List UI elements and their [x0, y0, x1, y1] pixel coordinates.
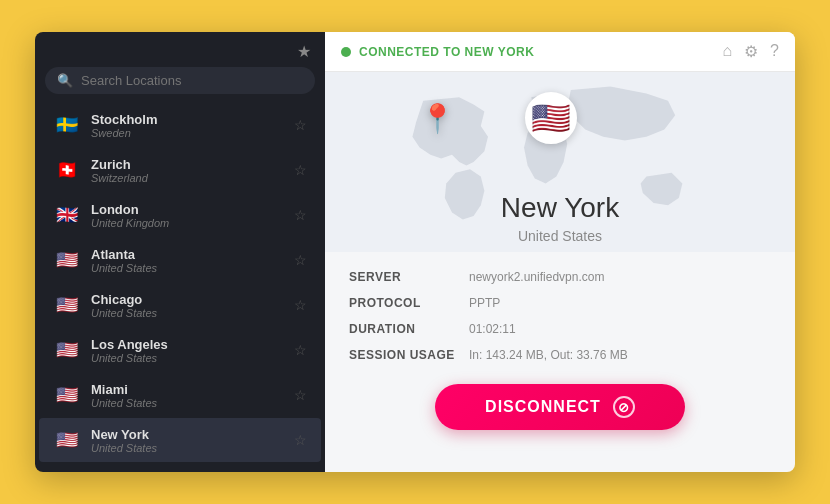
app-window: ★ 🔍 🇸🇪 Stockholm Sweden ☆ 🇨🇭 Zurich Swit… — [35, 32, 795, 472]
flag-zurich: 🇨🇭 — [53, 156, 81, 184]
location-info-london: London United Kingdom — [91, 202, 294, 229]
item-star-new-york[interactable]: ☆ — [294, 432, 307, 448]
search-bar[interactable]: 🔍 — [45, 67, 315, 94]
flag-stockholm: 🇸🇪 — [53, 111, 81, 139]
favorites-star-icon[interactable]: ★ — [297, 42, 311, 61]
flag-los-angeles: 🇺🇸 — [53, 336, 81, 364]
server-value: newyork2.unifiedvpn.com — [469, 268, 771, 286]
location-country-london: United Kingdom — [91, 217, 294, 229]
location-info-san-jose: San Jose United States — [91, 472, 294, 473]
no-entry-icon: ⊘ — [613, 396, 635, 418]
map-section: 📍 🇺🇸 New York United States — [325, 72, 795, 252]
location-item-stockholm[interactable]: 🇸🇪 Stockholm Sweden ☆ — [39, 103, 321, 147]
location-country-stockholm: Sweden — [91, 127, 294, 139]
disconnect-section: DISCONNECT ⊘ — [325, 374, 795, 444]
location-name-stockholm: Stockholm — [91, 112, 294, 127]
flag-chicago: 🇺🇸 — [53, 291, 81, 319]
session-label: SESSION USAGE — [349, 346, 469, 364]
location-info-chicago: Chicago United States — [91, 292, 294, 319]
main-panel: CONNECTED TO NEW YORK ⌂ ⚙ ? — [325, 32, 795, 472]
server-label: SERVER — [349, 268, 469, 286]
location-info-los-angeles: Los Angeles United States — [91, 337, 294, 364]
location-name-zurich: Zurich — [91, 157, 294, 172]
location-item-atlanta[interactable]: 🇺🇸 Atlanta United States ☆ — [39, 238, 321, 282]
item-star-chicago[interactable]: ☆ — [294, 297, 307, 313]
location-item-san-jose[interactable]: 🇺🇸 San Jose United States ☆ — [39, 463, 321, 472]
map-flag-circle: 🇺🇸 — [525, 92, 577, 144]
settings-icon[interactable]: ⚙ — [744, 42, 758, 61]
protocol-value: PPTP — [469, 294, 771, 312]
item-star-stockholm[interactable]: ☆ — [294, 117, 307, 133]
location-info-stockholm: Stockholm Sweden — [91, 112, 294, 139]
session-value: In: 143.24 MB, Out: 33.76 MB — [469, 346, 771, 364]
sidebar-header: ★ — [35, 32, 325, 67]
flag-miami: 🇺🇸 — [53, 381, 81, 409]
location-info-new-york: New York United States — [91, 427, 294, 454]
item-star-los-angeles[interactable]: ☆ — [294, 342, 307, 358]
search-input[interactable] — [81, 73, 303, 88]
location-country-los-angeles: United States — [91, 352, 294, 364]
connected-indicator — [341, 47, 351, 57]
location-info-atlanta: Atlanta United States — [91, 247, 294, 274]
location-name-chicago: Chicago — [91, 292, 294, 307]
location-country-zurich: Switzerland — [91, 172, 294, 184]
flag-atlanta: 🇺🇸 — [53, 246, 81, 274]
location-country-atlanta: United States — [91, 262, 294, 274]
location-info-miami: Miami United States — [91, 382, 294, 409]
location-item-chicago[interactable]: 🇺🇸 Chicago United States ☆ — [39, 283, 321, 327]
location-name-los-angeles: Los Angeles — [91, 337, 294, 352]
location-country-chicago: United States — [91, 307, 294, 319]
search-icon: 🔍 — [57, 73, 73, 88]
location-item-miami[interactable]: 🇺🇸 Miami United States ☆ — [39, 373, 321, 417]
location-name-miami: Miami — [91, 382, 294, 397]
map-country-name: United States — [518, 228, 602, 244]
location-list: 🇸🇪 Stockholm Sweden ☆ 🇨🇭 Zurich Switzerl… — [35, 102, 325, 472]
location-item-london[interactable]: 🇬🇧 London United Kingdom ☆ — [39, 193, 321, 237]
item-star-london[interactable]: ☆ — [294, 207, 307, 223]
flag-san-jose: 🇺🇸 — [53, 471, 81, 472]
location-name-new-york: New York — [91, 427, 294, 442]
disconnect-label: DISCONNECT — [485, 398, 601, 416]
info-section: SERVER newyork2.unifiedvpn.com PROTOCOL … — [325, 252, 795, 374]
location-country-miami: United States — [91, 397, 294, 409]
location-info-zurich: Zurich Switzerland — [91, 157, 294, 184]
protocol-label: PROTOCOL — [349, 294, 469, 312]
map-city-name: New York — [501, 192, 619, 224]
location-name-atlanta: Atlanta — [91, 247, 294, 262]
item-star-miami[interactable]: ☆ — [294, 387, 307, 403]
item-star-atlanta[interactable]: ☆ — [294, 252, 307, 268]
map-flag: 🇺🇸 — [531, 99, 571, 137]
header-icons: ⌂ ⚙ ? — [722, 42, 779, 61]
location-item-zurich[interactable]: 🇨🇭 Zurich Switzerland ☆ — [39, 148, 321, 192]
map-pin-icon: 📍 — [420, 102, 455, 135]
location-name-london: London — [91, 202, 294, 217]
flag-london: 🇬🇧 — [53, 201, 81, 229]
duration-label: DURATION — [349, 320, 469, 338]
duration-value: 01:02:11 — [469, 320, 771, 338]
main-header: CONNECTED TO NEW YORK ⌂ ⚙ ? — [325, 32, 795, 72]
location-country-new-york: United States — [91, 442, 294, 454]
help-icon[interactable]: ? — [770, 42, 779, 61]
item-star-zurich[interactable]: ☆ — [294, 162, 307, 178]
sidebar: ★ 🔍 🇸🇪 Stockholm Sweden ☆ 🇨🇭 Zurich Swit… — [35, 32, 325, 472]
home-icon[interactable]: ⌂ — [722, 42, 732, 61]
location-item-los-angeles[interactable]: 🇺🇸 Los Angeles United States ☆ — [39, 328, 321, 372]
location-item-new-york[interactable]: 🇺🇸 New York United States ☆ — [39, 418, 321, 462]
flag-new-york: 🇺🇸 — [53, 426, 81, 454]
connected-text: CONNECTED TO NEW YORK — [359, 45, 722, 59]
location-name-san-jose: San Jose — [91, 472, 294, 473]
disconnect-button[interactable]: DISCONNECT ⊘ — [435, 384, 685, 430]
